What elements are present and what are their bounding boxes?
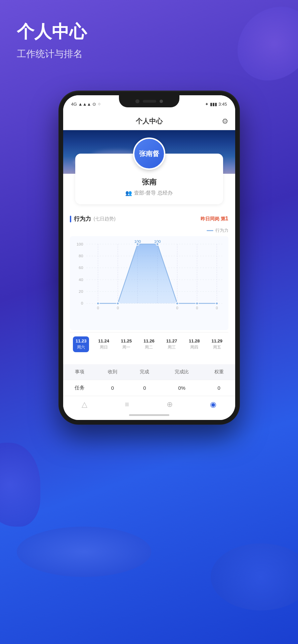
date-num-4: 11.27: [166, 338, 177, 343]
page-subtitle: 工作统计与排名: [17, 48, 87, 60]
date-item-1[interactable]: 11.24 周日: [95, 336, 112, 352]
date-item-3[interactable]: 11.26 周二: [141, 336, 157, 352]
nav-item-list[interactable]: ≡: [125, 400, 129, 409]
behavior-chart: 100 80 60 40 20 0: [73, 239, 225, 313]
cell-ratio: 0%: [161, 380, 203, 396]
profile-card: 张南督 张南 👥 壹部-督导 总经办: [75, 154, 223, 204]
section-bar: [70, 216, 71, 222]
svg-point-32: [176, 302, 178, 305]
behavior-subtitle: (七日趋势): [94, 216, 116, 222]
date-num-3: 11.26: [143, 338, 155, 343]
nav-item-add[interactable]: ⊕: [167, 400, 173, 409]
date-day-1: 周日: [100, 344, 108, 350]
user-name: 张南: [82, 177, 216, 187]
bluetooth-icon: ✦: [205, 102, 209, 107]
date-item-2[interactable]: 11.25 周一: [118, 336, 135, 352]
behavior-section: 行为力 (七日趋势) 昨日同岗 第1 行为力 100: [63, 209, 235, 360]
date-num-1: 11.24: [98, 338, 109, 343]
battery-icon: ▮▮▮: [210, 102, 217, 107]
date-day-5: 周四: [190, 344, 198, 350]
signal-text: 4G: [71, 102, 77, 107]
date-num-0: 11.23: [76, 338, 87, 343]
app-header: 个人中心 ⚙: [63, 113, 235, 130]
settings-icon[interactable]: ⚙: [222, 117, 228, 126]
col-received: 收到: [96, 364, 128, 380]
status-left: 4G ▲▲▲ ⊙ ⁘: [71, 102, 101, 107]
face-sensor: [143, 100, 156, 103]
home-bar: [129, 414, 169, 416]
page-header: 个人中心 工作统计与排名: [17, 20, 87, 60]
svg-point-33: [196, 302, 198, 305]
bottom-nav: △ ≡ ⊕ ◉: [63, 396, 235, 412]
date-num-2: 11.25: [121, 338, 132, 343]
date-row[interactable]: 11.23 周六 11.24 周日 11.25 周一 11.26 周二: [70, 332, 228, 355]
cell-item: 任务: [63, 380, 97, 396]
svg-text:0: 0: [81, 301, 83, 306]
phone-mockup: 4G ▲▲▲ ⊙ ⁘ ✦ ▮▮▮ 3:45 个人中心: [58, 91, 240, 425]
date-day-3: 周二: [145, 344, 153, 350]
nav-item-home[interactable]: △: [82, 400, 87, 409]
date-num-6: 11.29: [211, 338, 222, 343]
home-indicator: [63, 412, 235, 420]
bg-decoration-3: [211, 543, 298, 610]
svg-text:0: 0: [117, 306, 119, 310]
add-icon: ⊕: [167, 400, 173, 409]
col-ratio: 完成比: [161, 364, 203, 380]
svg-point-29: [116, 302, 119, 305]
notch: [119, 95, 179, 107]
page-title: 个人中心: [17, 20, 87, 44]
date-day-2: 周一: [122, 344, 130, 350]
rank-badge: 昨日同岗 第1: [201, 216, 228, 222]
time-display: 3:45: [218, 102, 227, 107]
app-header-title: 个人中心: [136, 117, 163, 126]
status-right: ✦ ▮▮▮ 3:45: [205, 102, 227, 107]
svg-text:100: 100: [76, 242, 83, 246]
date-num-5: 11.28: [189, 338, 200, 343]
svg-text:0: 0: [216, 306, 218, 310]
chart-legend: 行为力: [70, 227, 228, 233]
profile-nav-icon: ◉: [210, 400, 216, 409]
legend-color: [207, 230, 213, 231]
cell-weight: 0: [203, 380, 235, 396]
list-icon: ≡: [125, 400, 129, 409]
table-header-row: 事项 收到 完成 完成比 权重: [63, 364, 235, 380]
svg-point-30: [136, 243, 139, 246]
rank-text: 昨日同岗 第: [201, 216, 225, 221]
svg-text:60: 60: [79, 265, 83, 270]
stats-table: 事项 收到 完成 完成比 权重 任务 0 0 0%: [63, 364, 235, 396]
date-item-6[interactable]: 11.29 周五: [209, 336, 225, 352]
svg-point-31: [156, 243, 159, 246]
col-weight: 权重: [203, 364, 235, 380]
date-item-5[interactable]: 11.28 周四: [186, 336, 203, 352]
svg-text:40: 40: [79, 277, 83, 282]
speaker: [160, 100, 163, 103]
svg-marker-20: [98, 244, 217, 304]
chart-area: 100 80 60 40 20 0: [70, 236, 228, 330]
section-title-group: 行为力 (七日趋势): [70, 215, 116, 223]
svg-text:0: 0: [196, 306, 198, 310]
date-item-4[interactable]: 11.27 周三: [164, 336, 180, 352]
table-row: 任务 0 0 0% 0: [63, 380, 235, 396]
avatar: 张南督: [133, 138, 165, 170]
behavior-title: 行为力: [74, 215, 91, 223]
rank-number: 1: [225, 216, 228, 221]
home-icon: △: [82, 400, 87, 409]
signal-bars: ▲▲▲: [78, 102, 91, 107]
bg-decoration-4: [17, 527, 151, 577]
col-item: 事项: [63, 364, 97, 380]
front-camera: [135, 99, 139, 103]
nav-item-profile[interactable]: ◉: [210, 400, 216, 409]
stats-section: 事项 收到 完成 完成比 权重 任务 0 0 0%: [63, 364, 235, 396]
user-role: 👥 壹部-督导 总经办: [82, 190, 216, 196]
legend-label: 行为力: [215, 227, 228, 233]
role-text: 壹部-督导 总经办: [134, 190, 172, 196]
battery-status: ⁘: [97, 102, 101, 107]
svg-text:20: 20: [79, 289, 83, 293]
svg-text:80: 80: [79, 254, 83, 258]
cell-completed: 0: [129, 380, 161, 396]
phone-screen: 4G ▲▲▲ ⊙ ⁘ ✦ ▮▮▮ 3:45 个人中心: [63, 95, 235, 420]
svg-point-34: [215, 302, 218, 305]
date-day-4: 周三: [168, 344, 176, 350]
bg-decoration-2: [0, 443, 40, 527]
date-item-0[interactable]: 11.23 周六: [73, 336, 89, 352]
